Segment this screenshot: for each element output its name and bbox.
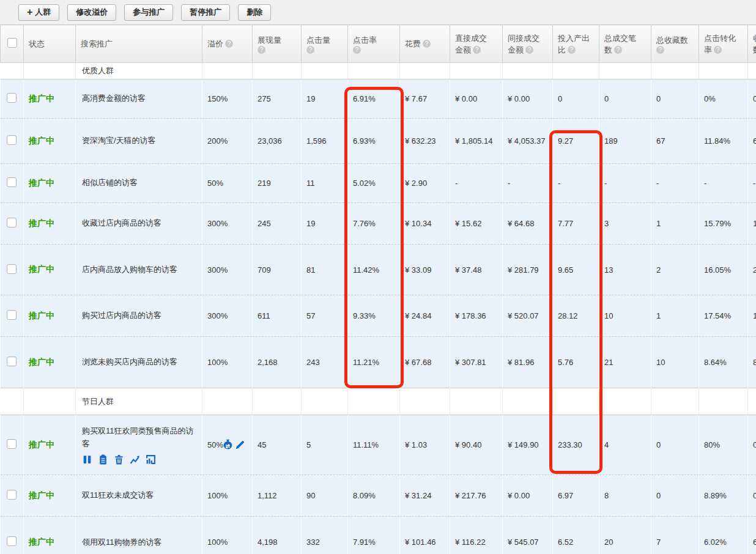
cell-value: ¥ 281.79 xyxy=(508,265,539,275)
column-header-order_count: 总成交笔数? xyxy=(599,25,651,63)
column-label: 金额 xyxy=(455,44,471,56)
header-line: 数 xyxy=(753,44,756,56)
help-icon[interactable]: ? xyxy=(423,40,431,48)
column-label: 溢价 xyxy=(207,38,223,50)
modify-premium-icon[interactable] xyxy=(224,438,234,451)
cell-indirect_amount: - xyxy=(503,164,553,203)
group-cell xyxy=(202,388,253,415)
cell-value: 233.30 xyxy=(558,440,582,449)
group-cell xyxy=(24,63,76,79)
column-header-click_conversion: 点击转化率? xyxy=(699,25,748,63)
pause-promotion-button[interactable]: 暂停推广 xyxy=(181,4,230,21)
report-chart-icon[interactable] xyxy=(146,454,156,465)
help-icon[interactable]: ? xyxy=(225,40,233,48)
help-icon[interactable]: ? xyxy=(568,46,576,54)
group-cell xyxy=(553,388,599,415)
cell-value: 45 xyxy=(258,440,266,449)
group-cell xyxy=(450,388,503,415)
row-checkbox[interactable] xyxy=(7,310,17,320)
help-icon[interactable]: ? xyxy=(656,46,664,54)
cell-value: 0 xyxy=(656,94,661,103)
column-header-direct_amount: 直接成交金额? xyxy=(450,25,503,63)
audience-name: 双11狂欢未成交访客 xyxy=(81,489,199,501)
group-cell xyxy=(302,63,348,79)
help-icon[interactable]: ? xyxy=(258,46,265,54)
cell-direct_amount: ¥ 37.48 xyxy=(450,245,503,295)
cell-click_conversion: 15.79% xyxy=(699,203,748,245)
help-icon[interactable]: ? xyxy=(473,46,481,54)
cell-select xyxy=(1,119,24,164)
delete-button[interactable]: 删除 xyxy=(238,4,271,21)
row-checkbox[interactable] xyxy=(7,356,17,366)
help-icon[interactable]: ? xyxy=(306,46,314,54)
group-cell xyxy=(450,63,503,79)
note-icon[interactable] xyxy=(98,454,108,465)
edit-icon[interactable] xyxy=(235,440,245,450)
trend-chart-icon[interactable] xyxy=(130,454,140,465)
audience-name: 浏览未购买店内商品的访客 xyxy=(81,356,199,368)
audience-name: 相似店铺的访客 xyxy=(81,177,199,189)
group-cell xyxy=(1,388,24,415)
cell-premium: 100% xyxy=(202,337,253,388)
cell-value: 10 xyxy=(656,358,665,367)
add-audience-button[interactable]: + 人群 xyxy=(18,4,59,21)
row-checkbox[interactable] xyxy=(7,439,17,449)
cell-audience: 购买双11狂欢同类预售商品的访客 xyxy=(76,415,202,475)
button-label: 删除 xyxy=(246,7,262,18)
cell-value: ¥ 149.90 xyxy=(508,440,539,449)
help-icon[interactable]: ? xyxy=(525,46,533,54)
help-icon[interactable]: ? xyxy=(353,46,361,54)
cell-value: 8.09% xyxy=(353,491,376,500)
cell-order_count: - xyxy=(599,164,651,203)
row-checkbox[interactable] xyxy=(7,536,17,546)
cell-value: 9.65 xyxy=(558,265,573,275)
cell-indirect_amount: ¥ 64.68 xyxy=(503,203,553,245)
cell-value: 81 xyxy=(306,265,315,275)
select-all-checkbox[interactable] xyxy=(7,38,17,48)
cell-value: 5 xyxy=(306,440,311,449)
status-label: 推广中 xyxy=(29,178,54,188)
column-label: 点击率 xyxy=(353,34,377,46)
column-label: 搜索推广 xyxy=(81,38,113,50)
help-icon[interactable]: ? xyxy=(714,46,722,54)
column-header-favorite_count: 总收藏数? xyxy=(651,25,699,63)
column-header-status: 状态 xyxy=(24,25,76,63)
cell-select xyxy=(1,203,24,245)
row-checkbox[interactable] xyxy=(7,135,17,145)
cell-direct_amount: ¥ 178.36 xyxy=(450,295,503,337)
cell-roi: 9.27 xyxy=(553,119,599,164)
status-label: 推广中 xyxy=(29,537,54,547)
cell-ctr: 5.02% xyxy=(348,164,400,203)
group-cell xyxy=(599,63,651,79)
delete-icon[interactable] xyxy=(114,454,124,465)
row-checkbox[interactable] xyxy=(7,218,17,227)
cell-value: ¥ 0.00 xyxy=(455,94,477,103)
modify-premium-button[interactable]: 修改溢价 xyxy=(67,4,116,21)
cell-value: 1 xyxy=(753,311,756,320)
header-line: 金额? xyxy=(508,44,550,56)
cell-roi: 0 xyxy=(553,79,599,119)
cell-direct_amount: ¥ 15.62 xyxy=(450,203,503,245)
table-row: 推广中相似店铺的访客50%219115.02%¥ 2.90------- xyxy=(1,164,756,203)
row-checkbox[interactable] xyxy=(7,177,17,187)
join-promotion-button[interactable]: 参与推广 xyxy=(124,4,173,21)
row-checkbox[interactable] xyxy=(7,264,17,274)
cell-clicks: 19 xyxy=(302,203,348,245)
column-header-impressions: 展现量? xyxy=(253,25,302,63)
row-checkbox[interactable] xyxy=(7,490,17,500)
help-icon[interactable]: ? xyxy=(614,46,622,54)
status-label: 推广中 xyxy=(29,136,54,146)
cell-value: 2 xyxy=(753,265,756,275)
cell-cost: ¥ 10.34 xyxy=(400,203,450,245)
cell-value: 1 xyxy=(656,311,661,320)
cell-impressions: 23,036 xyxy=(253,119,302,164)
cell-status: 推广中 xyxy=(24,245,76,295)
column-label: 总收藏数 xyxy=(656,34,688,46)
row-checkbox[interactable] xyxy=(7,93,17,103)
group-cell xyxy=(699,388,748,415)
pause-icon[interactable] xyxy=(82,454,92,465)
cell-select xyxy=(1,475,24,517)
column-label: 点击转化 xyxy=(704,32,736,44)
cell-value: ¥ 520.07 xyxy=(508,311,539,320)
cell-favorite_count: 0 xyxy=(651,79,699,119)
